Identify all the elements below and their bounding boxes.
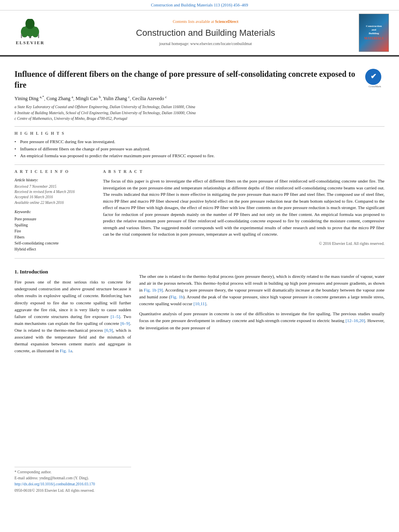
sciencedirect-link: Contents lists available at ScienceDirec… bbox=[60, 19, 351, 25]
article-info-column: A R T I C L E I N F O Article history: R… bbox=[14, 169, 95, 253]
affiliation-c: c Centre of Mathematics, University of M… bbox=[14, 116, 385, 121]
right-paragraph-2: Quantitative analysis of pore pressure i… bbox=[139, 310, 385, 331]
introduction-heading: 1. Introduction bbox=[14, 268, 131, 275]
abstract-label: A B S T R A C T bbox=[103, 169, 385, 175]
sciencedirect-name[interactable]: ScienceDirect bbox=[215, 19, 238, 24]
affiliation-a: a State Key Laboratory of Coastal and Of… bbox=[14, 104, 385, 110]
crossmark-label: CrossMark bbox=[365, 85, 385, 89]
keyword-3: Fire bbox=[14, 228, 95, 234]
highlight-item-1: Pore pressure of FRSCC during fire was i… bbox=[14, 139, 385, 145]
ref-10-11[interactable]: [10,11] bbox=[193, 301, 206, 306]
highlights-label: H I G H L I G H T S bbox=[14, 131, 385, 136]
divider-after-affiliations bbox=[14, 126, 385, 127]
elsevier-tree-icon bbox=[13, 19, 47, 39]
content-body: Influence of different fibers on the cha… bbox=[0, 62, 399, 501]
cover-image: Construction and Building MATERIALS bbox=[359, 14, 389, 52]
keyword-4: Fibers bbox=[14, 234, 95, 240]
left-content-column: 1. Introduction Fire poses one of the mo… bbox=[14, 263, 131, 494]
svg-rect-6 bbox=[38, 35, 39, 38]
article-title: Influence of different fibers on the cha… bbox=[14, 69, 385, 90]
keyword-5: Self-consolidating concrete bbox=[14, 240, 95, 246]
ref-6-9[interactable]: [6–9] bbox=[120, 321, 130, 326]
authors-line: Yining Ding a,*, Cong Zhang a, Mingli Ca… bbox=[14, 94, 385, 102]
revised-date: Received in revised form 4 March 2016 bbox=[14, 189, 95, 195]
ref-12-20[interactable]: [12–16,20] bbox=[346, 318, 365, 323]
right-paragraph-1: The other one is related to the thermo–h… bbox=[139, 273, 385, 307]
right-content-column: The other one is related to the thermo–h… bbox=[139, 263, 385, 494]
info-abstract-section: A R T I C L E I N F O Article history: R… bbox=[14, 169, 385, 253]
cover-title-materials: MATERIALS bbox=[364, 36, 384, 41]
footnote-corresponding: * Corresponding author. bbox=[14, 470, 131, 475]
elsevier-wordmark: ELSEVIER bbox=[16, 40, 45, 46]
ref-9[interactable]: [9] bbox=[158, 288, 163, 292]
author-cong: Cong Zhang bbox=[46, 96, 72, 101]
footnote-area: * Corresponding author. E-mail address: … bbox=[14, 467, 131, 493]
highlight-item-3: An empirical formula was proposed to pre… bbox=[14, 153, 385, 159]
accepted-date: Accepted 16 March 2016 bbox=[14, 195, 95, 200]
journal-homepage: journal homepage: www.elsevier.com/locat… bbox=[60, 41, 351, 47]
abstract-text: The focus of this paper is given to inve… bbox=[103, 178, 385, 238]
ref-1-5[interactable]: [1–5] bbox=[111, 314, 120, 319]
main-content-columns: 1. Introduction Fire poses one of the mo… bbox=[14, 263, 385, 494]
received-date: Received 7 November 2015 bbox=[14, 184, 95, 189]
keyword-2: Spalling bbox=[14, 222, 95, 228]
cover-title-line1: Construction and Building bbox=[366, 25, 382, 35]
history-title: Article history: bbox=[14, 178, 95, 183]
journal-title-area: Contents lists available at ScienceDirec… bbox=[52, 19, 359, 47]
author-mingli: Mingli Cao bbox=[76, 96, 99, 101]
elsevier-logo: ELSEVIER bbox=[8, 19, 52, 46]
author-yining: Yining Ding bbox=[14, 96, 40, 101]
keywords-section: Keywords: Pore pressure Spalling Fire Fi… bbox=[14, 210, 95, 252]
author-yulin: Yulin Zhang bbox=[103, 96, 128, 101]
affiliations: a State Key Laboratory of Coastal and Of… bbox=[14, 104, 385, 121]
affiliation-b: b Institute of Building Materials, Schoo… bbox=[14, 110, 385, 116]
journal-header: ELSEVIER Contents lists available at Sci… bbox=[0, 10, 399, 56]
intro-paragraph-1: Fire poses one of the most serious risks… bbox=[14, 279, 131, 354]
fig-1b-link2[interactable]: Fig. 1b bbox=[171, 294, 183, 299]
abstract-section: A B S T R A C T The focus of this paper … bbox=[103, 169, 385, 253]
highlight-item-2: Influence of different fibers on the cha… bbox=[14, 146, 385, 152]
ref-6-9b[interactable]: [6,9] bbox=[105, 328, 113, 333]
copyright-line: © 2016 Elsevier Ltd. All rights reserved… bbox=[103, 241, 385, 246]
keyword-6: Hybrid effect bbox=[14, 246, 95, 252]
footnote-email: E-mail address: ynding@hotmail.com (Y. D… bbox=[14, 476, 131, 481]
crossmark-badge: ✔ CrossMark bbox=[365, 69, 385, 88]
highlights-section: H I G H L I G H T S Pore pressure of FRS… bbox=[14, 131, 385, 159]
divider-after-highlights bbox=[14, 164, 385, 165]
crossmark-icon: ✔ bbox=[365, 69, 381, 85]
journal-main-title: Construction and Building Materials bbox=[60, 27, 351, 39]
available-date: Available online 22 March 2016 bbox=[14, 200, 95, 205]
author-cecilia: Cecília Azevedo bbox=[132, 96, 165, 101]
journal-citation: Construction and Building Materials 113 … bbox=[151, 3, 248, 7]
fig-1a-link[interactable]: Fig. 1a bbox=[60, 348, 72, 353]
article-history: Article history: Received 7 November 201… bbox=[14, 178, 95, 205]
article-info-label: A R T I C L E I N F O bbox=[14, 169, 95, 175]
divider-before-introduction bbox=[14, 258, 385, 259]
fig-1b-link[interactable]: Fig. 1b bbox=[144, 288, 156, 292]
keyword-1: Pore pressure bbox=[14, 216, 95, 222]
footnote-issn: 0950-0618/© 2016 Elsevier Ltd. All right… bbox=[14, 488, 131, 493]
footnote-doi[interactable]: http://dx.doi.org/10.1016/j.conbuildmat.… bbox=[14, 482, 131, 487]
highlights-list: Pore pressure of FRSCC during fire was i… bbox=[14, 139, 385, 159]
journal-cover: Construction and Building MATERIALS bbox=[359, 14, 391, 52]
svg-rect-5 bbox=[21, 35, 22, 38]
keywords-title: Keywords: bbox=[14, 210, 95, 215]
footnote-email-text: E-mail address: ynding@hotmail.com (Y. D… bbox=[14, 476, 89, 480]
top-bar: Construction and Building Materials 113 … bbox=[0, 0, 399, 10]
